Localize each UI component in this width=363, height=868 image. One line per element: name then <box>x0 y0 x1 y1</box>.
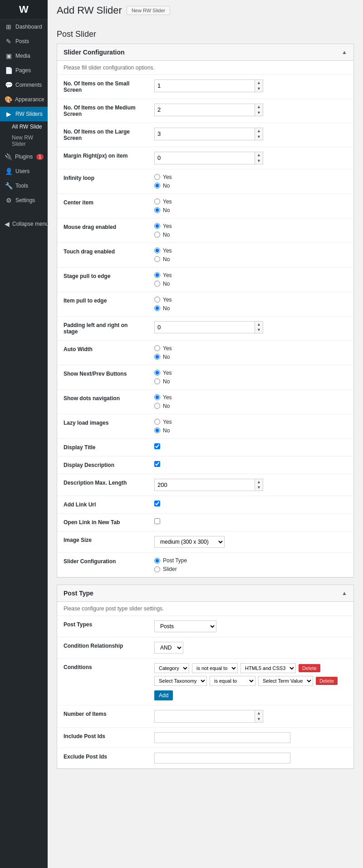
new-rw-slider-button[interactable]: New RW Slider <box>127 6 170 15</box>
condition-2-delete-button[interactable]: Delete <box>316 677 338 685</box>
infinity-loop-yes-label[interactable]: Yes <box>154 174 347 180</box>
sidebar-collapse-menu[interactable]: ◀ Collapse menu <box>0 217 48 231</box>
condition-1-delete-button[interactable]: Delete <box>299 664 320 672</box>
sidebar-item-posts[interactable]: ✎ Posts <box>0 34 48 49</box>
open-link-checkbox[interactable] <box>154 518 160 524</box>
display-title-checkbox[interactable] <box>154 443 160 449</box>
center-item-yes-label[interactable]: Yes <box>154 198 347 205</box>
condition-2-field3-select[interactable]: Select Term Value <box>258 676 313 686</box>
sidebar-item-media[interactable]: ▣ Media <box>0 49 48 63</box>
small-screen-spin-down[interactable]: ▼ <box>255 86 263 92</box>
config-slider-label[interactable]: Slider <box>154 566 347 572</box>
desc-max-spin-up[interactable]: ▲ <box>255 479 263 485</box>
touch-drag-row: Touch drag enabled Yes No <box>57 243 353 267</box>
touch-drag-no-label[interactable]: No <box>154 256 347 263</box>
medium-screen-spin-up[interactable]: ▲ <box>255 104 263 110</box>
padding-spin-up[interactable]: ▲ <box>255 322 263 327</box>
condition-2-field2-select[interactable]: is equal to is not equal to <box>210 676 255 686</box>
auto-width-no-label[interactable]: No <box>154 354 347 360</box>
mouse-drag-yes-radio[interactable] <box>154 223 160 229</box>
margin-right-spin-down[interactable]: ▼ <box>255 158 263 164</box>
num-items-input[interactable] <box>155 711 255 721</box>
infinity-loop-no-label[interactable]: No <box>154 183 347 189</box>
num-items-spin-up[interactable]: ▲ <box>255 710 263 716</box>
stage-pull-no-radio[interactable] <box>154 281 160 287</box>
show-next-prev-yes-radio[interactable] <box>154 370 160 376</box>
item-pull-yes-radio[interactable] <box>154 297 160 303</box>
lazy-load-no-label[interactable]: No <box>154 427 347 434</box>
infinity-loop-yes-radio[interactable] <box>154 174 160 180</box>
show-dots-no-radio[interactable] <box>154 403 160 409</box>
touch-drag-yes-label[interactable]: Yes <box>154 248 347 254</box>
mouse-drag-no-radio[interactable] <box>154 232 160 238</box>
sidebar-submenu-new-rw-slider[interactable]: New RW Slider <box>0 132 48 149</box>
sidebar-item-users[interactable]: 👤 Users <box>0 164 48 179</box>
margin-right-input[interactable] <box>155 153 255 163</box>
display-desc-checkbox[interactable] <box>154 461 160 467</box>
medium-screen-spin-down[interactable]: ▼ <box>255 110 263 116</box>
sidebar-item-plugins[interactable]: 🔌 Plugins 1 <box>0 149 48 164</box>
show-next-prev-no-radio[interactable] <box>154 378 160 384</box>
config-post-type-label[interactable]: Post Type <box>154 557 347 564</box>
item-pull-yes-label[interactable]: Yes <box>154 297 347 303</box>
post-types-select[interactable]: Posts Pages Custom Post Type <box>154 620 216 632</box>
small-screen-spin-up[interactable]: ▲ <box>255 80 263 86</box>
config-post-type-radio[interactable] <box>154 558 160 564</box>
large-screen-spin-up[interactable]: ▲ <box>255 128 263 134</box>
center-item-no-label[interactable]: No <box>154 207 347 213</box>
desc-max-input[interactable] <box>155 480 255 490</box>
show-next-prev-no-label[interactable]: No <box>154 378 347 385</box>
include-posts-input[interactable] <box>154 732 290 743</box>
small-screen-input[interactable] <box>155 80 255 91</box>
sidebar-item-appearance[interactable]: 🎨 Appearance <box>0 92 48 107</box>
desc-max-spin-down[interactable]: ▼ <box>255 485 263 491</box>
show-next-prev-yes-label[interactable]: Yes <box>154 370 347 376</box>
image-size-select[interactable]: medium (300 x 300) thumbnail (150 x 150)… <box>154 536 225 548</box>
touch-drag-yes-radio[interactable] <box>154 248 160 253</box>
sidebar-item-comments[interactable]: 💬 Comments <box>0 78 48 92</box>
margin-right-spin-up[interactable]: ▲ <box>255 152 263 158</box>
stage-pull-no-label[interactable]: No <box>154 281 347 287</box>
large-screen-input[interactable] <box>155 129 255 139</box>
sidebar-submenu-all-rw-slide[interactable]: All RW Slide <box>0 121 48 132</box>
mouse-drag-yes-label[interactable]: Yes <box>154 223 347 229</box>
padding-input[interactable] <box>155 322 255 332</box>
auto-width-yes-radio[interactable] <box>154 345 160 351</box>
center-item-yes-radio[interactable] <box>154 198 160 204</box>
config-slider-radio[interactable] <box>154 566 160 572</box>
condition-2-field1-select[interactable]: Select Taxonomy Category Tag <box>154 676 207 686</box>
num-items-spin-down[interactable]: ▼ <box>255 716 263 722</box>
stage-pull-yes-radio[interactable] <box>154 272 160 278</box>
add-condition-button[interactable]: Add <box>154 690 173 700</box>
sidebar-item-pages[interactable]: 📄 Pages <box>0 63 48 78</box>
condition-rel-select[interactable]: AND OR <box>154 642 183 654</box>
show-dots-no-label[interactable]: No <box>154 403 347 409</box>
touch-drag-no-radio[interactable] <box>154 256 160 262</box>
sidebar-item-tools[interactable]: 🔧 Tools <box>0 179 48 193</box>
stage-pull-yes-label[interactable]: Yes <box>154 272 347 278</box>
condition-1-field2-select[interactable]: is not equal to is equal to <box>192 663 238 673</box>
exclude-posts-input[interactable] <box>154 753 290 764</box>
lazy-load-yes-radio[interactable] <box>154 419 160 425</box>
sidebar-item-rw-sliders[interactable]: ▶ RW Sliders <box>0 107 48 121</box>
auto-width-no-radio[interactable] <box>154 354 160 360</box>
padding-spin-down[interactable]: ▼ <box>255 327 263 333</box>
auto-width-yes-label[interactable]: Yes <box>154 345 347 352</box>
lazy-load-no-radio[interactable] <box>154 427 160 433</box>
add-link-checkbox[interactable] <box>154 501 160 506</box>
sidebar-item-settings[interactable]: ⚙ Settings <box>0 193 48 208</box>
medium-screen-input[interactable] <box>155 104 255 115</box>
item-pull-no-label[interactable]: No <box>154 305 347 312</box>
show-dots-yes-label[interactable]: Yes <box>154 394 347 401</box>
show-dots-yes-radio[interactable] <box>154 394 160 400</box>
infinity-loop-no-radio[interactable] <box>154 183 160 188</box>
sidebar-item-dashboard[interactable]: ⊞ Dashboard <box>0 20 48 34</box>
lazy-load-yes-label[interactable]: Yes <box>154 419 347 425</box>
condition-1-field3-select[interactable]: HTML5 and CSS3 WordPress <box>240 663 296 673</box>
center-item-no-radio[interactable] <box>154 207 160 213</box>
mouse-drag-no-label[interactable]: No <box>154 232 347 238</box>
condition-1-field1-select[interactable]: Category Tag Author <box>154 663 189 673</box>
margin-right-spin: ▲ ▼ <box>255 152 263 164</box>
large-screen-spin-down[interactable]: ▼ <box>255 134 263 140</box>
item-pull-no-radio[interactable] <box>154 305 160 311</box>
